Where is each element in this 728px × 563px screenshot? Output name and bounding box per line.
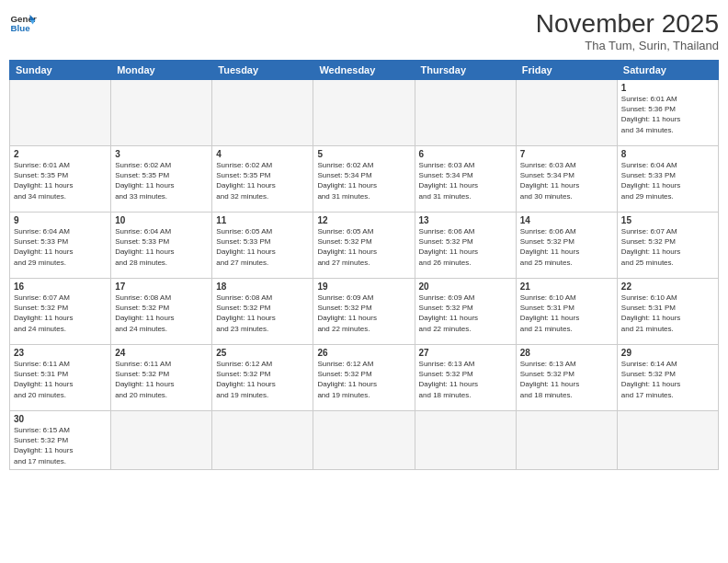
table-row: 15Sunrise: 6:07 AM Sunset: 5:32 PM Dayli… (617, 213, 718, 279)
svg-text:Blue: Blue (11, 23, 31, 33)
day-info: Sunrise: 6:04 AM Sunset: 5:33 PM Dayligh… (14, 226, 107, 268)
day-info: Sunrise: 6:05 AM Sunset: 5:32 PM Dayligh… (317, 226, 410, 268)
col-thursday: Thursday (415, 61, 516, 80)
day-number: 13 (419, 215, 512, 225)
day-number: 22 (621, 282, 714, 292)
calendar: Sunday Monday Tuesday Wednesday Thursday… (9, 60, 719, 470)
table-row (313, 80, 415, 146)
day-info: Sunrise: 6:01 AM Sunset: 5:36 PM Dayligh… (621, 94, 714, 135)
day-number: 9 (14, 215, 107, 225)
table-row: 24Sunrise: 6:11 AM Sunset: 5:32 PM Dayli… (111, 345, 212, 411)
day-info: Sunrise: 6:14 AM Sunset: 5:32 PM Dayligh… (621, 359, 714, 400)
day-number: 8 (621, 149, 714, 159)
day-number: 30 (14, 414, 107, 424)
day-info: Sunrise: 6:08 AM Sunset: 5:32 PM Dayligh… (115, 293, 208, 334)
day-number: 17 (115, 282, 208, 292)
day-info: Sunrise: 6:12 AM Sunset: 5:32 PM Dayligh… (317, 359, 410, 400)
day-info: Sunrise: 6:10 AM Sunset: 5:31 PM Dayligh… (621, 293, 714, 334)
day-info: Sunrise: 6:13 AM Sunset: 5:32 PM Dayligh… (520, 359, 613, 400)
day-number: 12 (317, 215, 410, 225)
day-number: 15 (621, 215, 714, 225)
day-info: Sunrise: 6:04 AM Sunset: 5:33 PM Dayligh… (115, 226, 208, 268)
day-number: 4 (216, 149, 309, 159)
day-number: 16 (14, 282, 107, 292)
day-number: 24 (115, 348, 208, 358)
day-info: Sunrise: 6:03 AM Sunset: 5:34 PM Dayligh… (520, 160, 613, 201)
table-row: 21Sunrise: 6:10 AM Sunset: 5:31 PM Dayli… (516, 279, 617, 345)
day-info: Sunrise: 6:06 AM Sunset: 5:32 PM Dayligh… (520, 226, 613, 268)
table-row (212, 411, 313, 470)
table-row: 16Sunrise: 6:07 AM Sunset: 5:32 PM Dayli… (10, 279, 111, 345)
table-row (212, 80, 313, 146)
day-number: 6 (419, 149, 512, 159)
col-tuesday: Tuesday (212, 61, 313, 80)
col-friday: Friday (516, 61, 617, 80)
table-row: 22Sunrise: 6:10 AM Sunset: 5:31 PM Dayli… (617, 279, 718, 345)
table-row (313, 411, 415, 470)
table-row: 27Sunrise: 6:13 AM Sunset: 5:32 PM Dayli… (415, 345, 516, 411)
day-info: Sunrise: 6:08 AM Sunset: 5:32 PM Dayligh… (216, 293, 309, 334)
day-number: 1 (621, 83, 714, 93)
col-saturday: Saturday (617, 61, 718, 80)
table-row: 4Sunrise: 6:02 AM Sunset: 5:35 PM Daylig… (212, 146, 313, 213)
table-row: 18Sunrise: 6:08 AM Sunset: 5:32 PM Dayli… (212, 279, 313, 345)
day-number: 26 (317, 348, 410, 358)
calendar-header-row: Sunday Monday Tuesday Wednesday Thursday… (10, 61, 719, 80)
day-info: Sunrise: 6:01 AM Sunset: 5:35 PM Dayligh… (14, 160, 107, 201)
month-year: November 2025 (536, 9, 719, 39)
table-row (617, 411, 718, 470)
location: Tha Tum, Surin, Thailand (536, 39, 719, 52)
page: General Blue November 2025 Tha Tum, Suri… (0, 0, 728, 563)
day-number: 11 (216, 215, 309, 225)
table-row: 3Sunrise: 6:02 AM Sunset: 5:35 PM Daylig… (111, 146, 212, 213)
table-row (415, 411, 516, 470)
day-info: Sunrise: 6:13 AM Sunset: 5:32 PM Dayligh… (419, 359, 512, 400)
day-number: 5 (317, 149, 410, 159)
day-number: 25 (216, 348, 309, 358)
day-number: 18 (216, 282, 309, 292)
table-row: 14Sunrise: 6:06 AM Sunset: 5:32 PM Dayli… (516, 213, 617, 279)
table-row: 11Sunrise: 6:05 AM Sunset: 5:33 PM Dayli… (212, 213, 313, 279)
col-wednesday: Wednesday (313, 61, 415, 80)
day-number: 20 (419, 282, 512, 292)
table-row: 23Sunrise: 6:11 AM Sunset: 5:31 PM Dayli… (10, 345, 111, 411)
table-row: 17Sunrise: 6:08 AM Sunset: 5:32 PM Dayli… (111, 279, 212, 345)
day-info: Sunrise: 6:11 AM Sunset: 5:32 PM Dayligh… (115, 359, 208, 400)
day-info: Sunrise: 6:06 AM Sunset: 5:32 PM Dayligh… (419, 226, 512, 268)
day-number: 19 (317, 282, 410, 292)
day-info: Sunrise: 6:05 AM Sunset: 5:33 PM Dayligh… (216, 226, 309, 268)
col-monday: Monday (111, 61, 212, 80)
day-info: Sunrise: 6:02 AM Sunset: 5:35 PM Dayligh… (115, 160, 208, 201)
day-number: 10 (115, 215, 208, 225)
table-row: 12Sunrise: 6:05 AM Sunset: 5:32 PM Dayli… (313, 213, 415, 279)
logo-icon: General Blue (9, 9, 37, 37)
table-row (516, 411, 617, 470)
day-info: Sunrise: 6:12 AM Sunset: 5:32 PM Dayligh… (216, 359, 309, 400)
day-number: 3 (115, 149, 208, 159)
table-row (10, 80, 111, 146)
col-sunday: Sunday (10, 61, 111, 80)
day-info: Sunrise: 6:02 AM Sunset: 5:35 PM Dayligh… (216, 160, 309, 201)
day-number: 23 (14, 348, 107, 358)
header: General Blue November 2025 Tha Tum, Suri… (9, 9, 719, 52)
day-info: Sunrise: 6:04 AM Sunset: 5:33 PM Dayligh… (621, 160, 714, 201)
table-row: 19Sunrise: 6:09 AM Sunset: 5:32 PM Dayli… (313, 279, 415, 345)
table-row: 28Sunrise: 6:13 AM Sunset: 5:32 PM Dayli… (516, 345, 617, 411)
table-row (516, 80, 617, 146)
day-info: Sunrise: 6:10 AM Sunset: 5:31 PM Dayligh… (520, 293, 613, 334)
day-number: 29 (621, 348, 714, 358)
table-row: 29Sunrise: 6:14 AM Sunset: 5:32 PM Dayli… (617, 345, 718, 411)
table-row: 8Sunrise: 6:04 AM Sunset: 5:33 PM Daylig… (617, 146, 718, 213)
table-row: 1Sunrise: 6:01 AM Sunset: 5:36 PM Daylig… (617, 80, 718, 146)
day-number: 27 (419, 348, 512, 358)
day-info: Sunrise: 6:02 AM Sunset: 5:34 PM Dayligh… (317, 160, 410, 201)
day-number: 28 (520, 348, 613, 358)
table-row: 13Sunrise: 6:06 AM Sunset: 5:32 PM Dayli… (415, 213, 516, 279)
table-row: 2Sunrise: 6:01 AM Sunset: 5:35 PM Daylig… (10, 146, 111, 213)
day-number: 7 (520, 149, 613, 159)
day-number: 14 (520, 215, 613, 225)
table-row: 6Sunrise: 6:03 AM Sunset: 5:34 PM Daylig… (415, 146, 516, 213)
table-row: 9Sunrise: 6:04 AM Sunset: 5:33 PM Daylig… (10, 213, 111, 279)
table-row (111, 411, 212, 470)
day-info: Sunrise: 6:15 AM Sunset: 5:32 PM Dayligh… (14, 425, 107, 466)
